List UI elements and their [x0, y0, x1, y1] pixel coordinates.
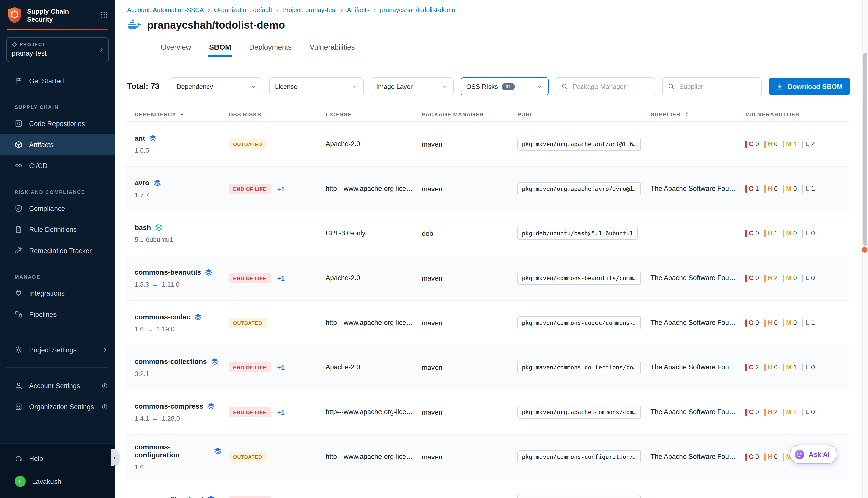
purl-value[interactable]: pkg:maven/commons-configuration/… [517, 450, 641, 463]
help-button[interactable]: Help [0, 448, 115, 469]
table-row[interactable]: commons-compress1.4.1→1.28.0END OF LIFE+… [126, 390, 849, 434]
tab-overview[interactable]: Overview [160, 38, 192, 57]
severity-letter: L [805, 275, 809, 281]
purl-value[interactable]: pkg:maven/org.apache.commons/com… [517, 406, 641, 419]
severity-medium: M0 [782, 274, 797, 282]
layers-outline-icon [155, 224, 163, 231]
sidebar-item-label: Get Started [29, 77, 64, 84]
breadcrumb-link[interactable]: Project: pranay-test [282, 6, 337, 13]
severity-bar [782, 140, 784, 148]
package-manager-cell: maven [422, 435, 517, 479]
severity-letter: M [786, 230, 791, 237]
sidebar-item-artifacts[interactable]: Artifacts [0, 134, 115, 155]
dependency-cell: commons-beanutils1.8.3→1.11.0 [126, 256, 229, 300]
supplier-cell: The Apache Software Foun… [650, 480, 746, 498]
oss-risk-more-link[interactable]: +1 [277, 364, 285, 371]
project-selector[interactable]: PROJECT pranay-test [6, 37, 109, 62]
supplier-cell: The Apache Software Foun… [650, 390, 746, 434]
main-content: Account: Automation-SSCA›Organization: d… [115, 0, 868, 498]
sidebar-nav: Get StartedSUPPLY CHAINCode Repositories… [0, 70, 115, 417]
sidebar-item-project-settings[interactable]: Project Settings [0, 339, 115, 361]
oss-risk-badge: END OF LIFE [229, 363, 271, 372]
tab-sbom[interactable]: SBOM [208, 38, 232, 57]
sidebar-item-rule-definitions[interactable]: Rule Definitions [0, 219, 115, 240]
sidebar-item-compliance[interactable]: Compliance [0, 198, 115, 219]
severity-count: 2 [774, 275, 778, 281]
filter-label: Image Layer [376, 82, 413, 90]
filter-license[interactable]: License [270, 77, 364, 95]
supplier-search[interactable] [662, 77, 762, 95]
sidebar-item-integrations[interactable]: Integrations [0, 283, 115, 304]
table-row[interactable]: commons-beanutils1.8.3→1.11.0END OF LIFE… [126, 255, 849, 300]
sidebar-item-organization-settings[interactable]: Organization Settings [0, 396, 115, 417]
oss-risk-more-link[interactable]: +1 [277, 185, 285, 193]
breadcrumb-link[interactable]: Organization: default [214, 6, 272, 13]
sidebar-item-label: Code Repositories [29, 120, 85, 127]
table-row[interactable]: commons-configuration1.6OUTDATEDhttp---w… [126, 434, 849, 479]
purl-value[interactable]: pkg:maven/org.apache.ant/ant@1.6… [517, 137, 641, 150]
table-row[interactable]: commons-collections3.2.1END OF LIFE+1Apa… [126, 345, 849, 390]
notification-dot[interactable] [862, 247, 868, 252]
vulnerabilities-cell: C0H1M0L0 [746, 211, 849, 255]
user-menu[interactable]: L Lavakush [0, 471, 115, 492]
download-sbom-button[interactable]: Download SBOM [769, 78, 850, 95]
oss-risk-more-link[interactable]: +1 [277, 274, 285, 282]
license-cell: http---www.apache.org-lice… [325, 301, 422, 345]
sidebar-item-get-started[interactable]: Get Started [0, 70, 115, 91]
sidebar-item-code-repositories[interactable]: Code Repositories [0, 113, 115, 134]
supplier-input[interactable] [678, 82, 756, 91]
filter-image-layer[interactable]: Image Layer [371, 77, 454, 95]
dependency-name: commons-compress [134, 402, 204, 410]
purl-value[interactable]: pkg:maven/commons-codec/commons-… [517, 316, 641, 329]
breadcrumb-link[interactable]: Account: Automation-SSCA [127, 6, 204, 13]
filter-oss-risks[interactable]: OSS Risks01 [461, 77, 549, 95]
scrollbar-thumb[interactable] [864, 53, 868, 246]
severity-count: 0 [755, 319, 759, 326]
purl-value[interactable]: pkg:maven/commons-fileupload/com… [517, 495, 641, 498]
severity-high: H0 [764, 185, 778, 193]
sidebar-item-account-settings[interactable]: Account Settings [0, 375, 115, 396]
sidebar-item-pipelines[interactable]: Pipelines [0, 304, 115, 325]
app-switcher-grid-icon[interactable] [101, 11, 108, 18]
table-row[interactable]: commons-codec1.6→1.19.0OUTDATEDhttp---ww… [126, 300, 849, 345]
breadcrumb-link[interactable]: Artifacts [347, 6, 370, 13]
severity-low: L1 [802, 185, 815, 193]
severity-count: 1 [755, 185, 759, 192]
purl-value[interactable]: pkg:maven/commons-beanutils/comm… [517, 272, 641, 285]
table-row[interactable]: commons-fileuploadEND OF LIFE+1Apache-2.… [126, 479, 849, 498]
purl-value[interactable]: pkg:maven/commons-collections/co… [517, 361, 641, 374]
severity-count: 0 [755, 275, 759, 281]
filter-dependency[interactable]: Dependency [171, 77, 262, 95]
package-manager-input[interactable] [572, 82, 650, 91]
user-name: Lavakush [32, 478, 61, 485]
column-header-supplier[interactable]: SUPPLIER [650, 112, 746, 117]
table-row[interactable]: avro1.7.7END OF LIFE+1http---www.apache.… [126, 166, 849, 211]
severity-bar [764, 364, 765, 371]
layers-icon [195, 313, 202, 320]
sidebar-item-ci-cd[interactable]: CI/CD [0, 155, 115, 176]
document-icon [15, 225, 23, 233]
severity-letter: C [749, 185, 753, 192]
oss-risks-cell: END OF LIFE+1 [229, 390, 325, 434]
tab-vulnerabilities[interactable]: Vulnerabilities [309, 38, 355, 57]
column-header-dependency[interactable]: DEPENDENCY [126, 112, 229, 117]
package-manager-search[interactable] [556, 77, 655, 95]
purl-value[interactable]: pkg:deb/ubuntu/bash@5.1-6ubuntu1 [517, 227, 638, 240]
severity-letter: M [786, 409, 791, 416]
chevron-down-icon [442, 83, 448, 90]
severity-count: 0 [793, 275, 797, 281]
table-row[interactable]: bash5.1-6ubuntu1-GPL-3.0-onlydebpkg:deb/… [126, 211, 849, 255]
table-row[interactable]: ant1.6.5OUTDATEDApache-2.0mavenpkg:maven… [126, 121, 849, 166]
purl-value[interactable]: pkg:maven/org.apache.avro/avro@1… [517, 182, 641, 195]
app-logo[interactable]: Supply Chain Security [0, 0, 115, 28]
sort-desc-icon [179, 112, 185, 117]
page-header: pranaycshah/todolist-demo [115, 17, 868, 32]
breadcrumb-link[interactable]: pranaycshah/todolist-demo [380, 6, 455, 13]
severity-letter: C [749, 275, 753, 281]
oss-risk-more-link[interactable]: +1 [277, 408, 285, 416]
severity-count: 0 [774, 141, 778, 148]
severity-bar [764, 319, 765, 327]
tab-deployments[interactable]: Deployments [248, 38, 293, 57]
ask-ai-button[interactable]: Ask AI [790, 445, 837, 464]
sidebar-item-remediation-tracker[interactable]: Remediation Tracker [0, 240, 115, 261]
